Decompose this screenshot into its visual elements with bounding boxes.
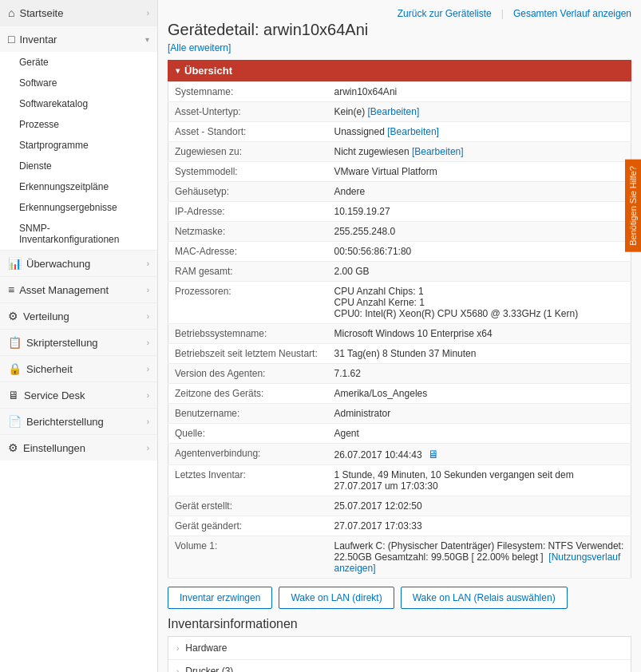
inventar-submenu: GeräteSoftwareSoftwarekatalogProzesseSta… bbox=[0, 52, 157, 250]
section-icon: 🖥 bbox=[8, 389, 19, 401]
sidebar-sub-item[interactable]: Software bbox=[0, 73, 157, 93]
inventory-item-label: Hardware bbox=[185, 642, 227, 654]
row-label: Asset-Untertyp: bbox=[168, 102, 328, 122]
row-label: Zeitzone des Geräts: bbox=[168, 384, 328, 404]
action-button-wake-on-lan-direkt[interactable]: Wake on LAN (direkt) bbox=[279, 587, 394, 609]
arrow-icon: › bbox=[147, 9, 149, 18]
overview-section-label: Übersicht bbox=[184, 65, 232, 77]
row-label: Version des Agenten: bbox=[168, 364, 328, 384]
section-icon: 📊 bbox=[8, 257, 22, 270]
section-arrow-icon: › bbox=[147, 312, 149, 321]
row-value: 26.07.2017 10:44:43 🖥 bbox=[328, 444, 631, 465]
page-title: Gerätedetail: arwin10x64Ani bbox=[168, 21, 631, 39]
action-button-wake-on-lan-relais-auswählen[interactable]: Wake on LAN (Relais auswählen) bbox=[401, 587, 568, 609]
sidebar-item-sicherheit[interactable]: 🔒Sicherheit› bbox=[0, 355, 157, 381]
sidebar-item-startseite[interactable]: ⌂ Startseite › bbox=[0, 0, 157, 26]
row-label: Netzmaske: bbox=[168, 222, 328, 242]
sidebar-item-skripterstellung[interactable]: 📋Skripterstellung› bbox=[0, 329, 157, 355]
edit-link[interactable]: [Bearbeiten] bbox=[368, 106, 420, 117]
table-row: Prozessoren:CPU Anzahl Chips: 1CPU Anzah… bbox=[168, 282, 631, 324]
sidebar-sub-item[interactable]: Startprogramme bbox=[0, 135, 157, 156]
inventory-sub-item[interactable]: ›Drucker (3) bbox=[168, 660, 631, 672]
sidebar-item-service-desk[interactable]: 🖥Service Desk› bbox=[0, 381, 157, 408]
sidebar-sub-item[interactable]: Prozesse bbox=[0, 114, 157, 135]
row-label: Systemname: bbox=[168, 82, 328, 102]
section-label: Berichterstellung bbox=[26, 416, 104, 428]
row-value: Amerika/Los_Angeles bbox=[328, 384, 631, 404]
section-icon: 📄 bbox=[8, 415, 22, 428]
sidebar-sub-item[interactable]: Softwarekatalog bbox=[0, 93, 157, 114]
section-icon: ⚙ bbox=[8, 310, 18, 322]
edit-link[interactable]: [Bearbeiten] bbox=[412, 146, 464, 157]
sidebar-sub-item[interactable]: Geräte bbox=[0, 52, 157, 73]
inventar-icon: □ bbox=[8, 33, 14, 45]
agent-connection-icon[interactable]: 🖥 bbox=[428, 448, 439, 461]
table-row: Agentenverbindung:26.07.2017 10:44:43 🖥 bbox=[168, 444, 631, 465]
row-label: IP-Adresse: bbox=[168, 202, 328, 222]
chevron-right-icon: › bbox=[176, 667, 179, 673]
section-arrow-icon: › bbox=[147, 286, 149, 294]
action-button-inventar-erzwingen[interactable]: Inventar erzwingen bbox=[168, 587, 272, 609]
row-value: 27.07.2017 17:03:33 bbox=[328, 516, 631, 536]
section-icon: 📋 bbox=[8, 336, 22, 349]
section-icon: 🔒 bbox=[8, 362, 22, 375]
section-label: Überwachung bbox=[26, 258, 90, 270]
home-icon: ⌂ bbox=[8, 6, 14, 19]
sidebar-item-einstellungen[interactable]: ⚙Einstellungen› bbox=[0, 434, 157, 461]
table-row: Asset - Standort:Unassigned [Bearbeiten] bbox=[168, 122, 631, 142]
section-arrow-icon: › bbox=[147, 259, 149, 268]
row-value: Microsoft Windows 10 Enterprise x64 bbox=[328, 324, 631, 344]
row-label: Betriebssystemname: bbox=[168, 324, 328, 344]
section-label: Asset Management bbox=[19, 284, 109, 296]
table-row: Zeitzone des Geräts:Amerika/Los_Angeles bbox=[168, 384, 631, 404]
row-value: 7.1.62 bbox=[328, 364, 631, 384]
section-icon: ⚙ bbox=[8, 441, 18, 454]
sidebar-sub-item[interactable]: SNMP-Inventarkonfigurationen bbox=[0, 218, 157, 250]
inventory-info-title: Inventarsinformationen bbox=[168, 617, 631, 631]
sidebar-sub-item[interactable]: Dienste bbox=[0, 156, 157, 176]
help-tab[interactable]: Benötigen Sie Hilfe? bbox=[625, 160, 641, 252]
row-label: Agentenverbindung: bbox=[168, 444, 328, 465]
row-value: 10.159.19.27 bbox=[328, 202, 631, 222]
volume-history-link[interactable]: [Nutzungsverlauf anzeigen] bbox=[334, 551, 621, 574]
table-row: Asset-Untertyp:Kein(e) [Bearbeiten] bbox=[168, 102, 631, 122]
sidebar-item-asset-management[interactable]: ≡Asset Management› bbox=[0, 276, 157, 302]
row-label: Systemmodell: bbox=[168, 162, 328, 182]
section-label: Service Desk bbox=[24, 389, 85, 401]
row-label: Asset - Standort: bbox=[168, 122, 328, 142]
row-value: Kein(e) [Bearbeiten] bbox=[328, 102, 631, 122]
row-value: VMware Virtual Platform bbox=[328, 162, 631, 182]
sidebar-sub-item[interactable]: Erkennungsergebnisse bbox=[0, 197, 157, 218]
link-full-history[interactable]: Gesamten Verlauf anzeigen bbox=[513, 8, 631, 19]
row-value: Unassigned [Bearbeiten] bbox=[328, 122, 631, 142]
table-row: Benutzername:Administrator bbox=[168, 404, 631, 424]
sidebar-sub-item[interactable]: Erkennungszeitpläne bbox=[0, 176, 157, 197]
overview-chevron-icon: ▾ bbox=[176, 66, 180, 75]
table-row: Letztes Inventar:1 Stunde, 49 Minuten, 1… bbox=[168, 465, 631, 496]
overview-section-header[interactable]: ▾ Übersicht bbox=[168, 60, 631, 81]
sidebar: ⌂ Startseite › □ Inventar ▾ GeräteSoftwa… bbox=[0, 0, 158, 672]
row-value: CPU Anzahl Chips: 1CPU Anzahl Kerne: 1CP… bbox=[328, 282, 631, 324]
row-value: 31 Tag(en) 8 Stunden 37 Minuten bbox=[328, 344, 631, 364]
sidebar-item-berichterstellung[interactable]: 📄Berichterstellung› bbox=[0, 408, 157, 434]
row-label: Gerät geändert: bbox=[168, 516, 328, 536]
inventar-arrow-icon: ▾ bbox=[145, 35, 149, 44]
sidebar-item-verteilung[interactable]: ⚙Verteilung› bbox=[0, 302, 157, 329]
row-value: Andere bbox=[328, 182, 631, 202]
link-back-to-list[interactable]: Zurück zur Geräteliste bbox=[398, 8, 492, 19]
expand-all-link[interactable]: [Alle erweitern] bbox=[168, 42, 231, 53]
row-label: Gerät erstellt: bbox=[168, 496, 328, 516]
row-label: Volume 1: bbox=[168, 536, 328, 579]
table-row: RAM gesamt:2.00 GB bbox=[168, 262, 631, 282]
sidebar-item-überwachung[interactable]: 📊Überwachung› bbox=[0, 250, 157, 276]
row-label: Benutzername: bbox=[168, 404, 328, 424]
row-value: arwin10x64Ani bbox=[328, 82, 631, 102]
inventory-info-section: Inventarsinformationen ›Hardware›Drucker… bbox=[168, 617, 631, 672]
sidebar-item-inventar[interactable]: □ Inventar ▾ bbox=[0, 26, 157, 52]
table-row: IP-Adresse:10.159.19.27 bbox=[168, 202, 631, 222]
page-header: Gerätedetail: arwin10x64Ani bbox=[168, 21, 631, 39]
edit-link[interactable]: [Bearbeiten] bbox=[387, 126, 439, 137]
row-label: Zugewiesen zu: bbox=[168, 142, 328, 162]
inventory-sub-item[interactable]: ›Hardware bbox=[168, 637, 631, 660]
table-row: Quelle:Agent bbox=[168, 424, 631, 444]
